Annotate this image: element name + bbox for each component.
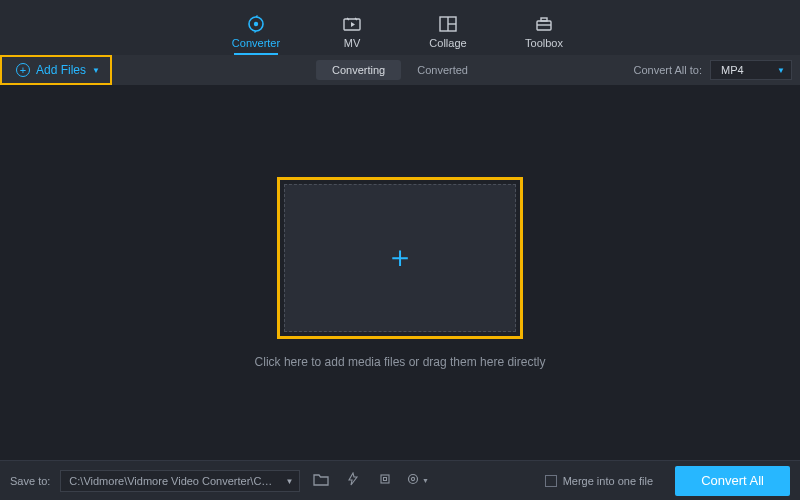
convert-all-to-group: Convert All to: MP4 ▼	[634, 60, 792, 80]
sub-bar: + Add Files ▼ Converting Converted Conve…	[0, 55, 800, 85]
sub-tabs: Converting Converted	[316, 60, 484, 80]
output-format-value: MP4	[721, 64, 744, 76]
output-format-select[interactable]: MP4 ▼	[710, 60, 792, 80]
collage-icon	[438, 15, 458, 33]
nav-tab-collage[interactable]: Collage	[418, 15, 478, 55]
plus-icon: ＋	[385, 237, 415, 278]
gpu-accel-button[interactable]	[374, 470, 396, 492]
chevron-down-icon: ▼	[422, 477, 429, 484]
nav-tab-label: MV	[344, 37, 361, 49]
svg-marker-10	[349, 473, 357, 485]
convert-all-button[interactable]: Convert All	[675, 466, 790, 496]
add-files-label: Add Files	[36, 63, 86, 77]
svg-rect-8	[541, 18, 547, 21]
checkbox-box-icon	[545, 475, 557, 487]
chip-off-icon	[378, 472, 392, 489]
gear-icon	[406, 472, 420, 489]
folder-icon	[313, 472, 329, 489]
nav-tab-label: Converter	[232, 37, 280, 49]
nav-tab-converter[interactable]: Converter	[226, 15, 286, 55]
nav-tab-label: Collage	[429, 37, 466, 49]
svg-rect-12	[384, 478, 387, 481]
chevron-down-icon: ▼	[92, 66, 100, 75]
mv-icon	[342, 15, 362, 33]
drop-hint-text: Click here to add media files or drag th…	[255, 355, 546, 369]
chevron-down-icon: ▼	[777, 66, 785, 75]
lightning-off-icon	[346, 472, 360, 489]
sub-tab-converted[interactable]: Converted	[401, 60, 484, 80]
merge-checkbox[interactable]: Merge into one file	[545, 475, 654, 487]
svg-marker-3	[351, 22, 355, 27]
save-path-value: C:\Vidmore\Vidmore Video Converter\Conve…	[69, 475, 300, 487]
nav-tab-toolbox[interactable]: Toolbox	[514, 15, 574, 55]
add-media-dropzone[interactable]: ＋	[284, 184, 516, 332]
svg-point-13	[408, 475, 417, 484]
plus-circle-icon: +	[16, 63, 30, 77]
nav-tab-label: Toolbox	[525, 37, 563, 49]
save-to-label: Save to:	[10, 475, 50, 487]
nav-tab-mv[interactable]: MV	[322, 15, 382, 55]
settings-menu-button[interactable]: ▼	[406, 470, 428, 492]
toolbox-icon	[534, 15, 554, 33]
dropzone-highlight: ＋	[277, 177, 523, 339]
chevron-down-icon: ▼	[285, 476, 293, 485]
svg-point-1	[254, 22, 258, 26]
converter-icon	[246, 15, 266, 33]
save-path-select[interactable]: C:\Vidmore\Vidmore Video Converter\Conve…	[60, 470, 300, 492]
merge-label: Merge into one file	[563, 475, 654, 487]
svg-rect-11	[381, 475, 389, 483]
add-files-button[interactable]: + Add Files ▼	[0, 55, 112, 85]
hw-accel-button[interactable]	[342, 470, 364, 492]
svg-point-14	[411, 477, 414, 480]
main-area: ＋ Click here to add media files or drag …	[0, 85, 800, 460]
sub-tab-converting[interactable]: Converting	[316, 60, 401, 80]
convert-all-label: Convert All to:	[634, 64, 702, 76]
open-folder-button[interactable]	[310, 470, 332, 492]
bottom-bar: Save to: C:\Vidmore\Vidmore Video Conver…	[0, 460, 800, 500]
top-nav: Converter MV Collage Toolbox	[0, 0, 800, 55]
